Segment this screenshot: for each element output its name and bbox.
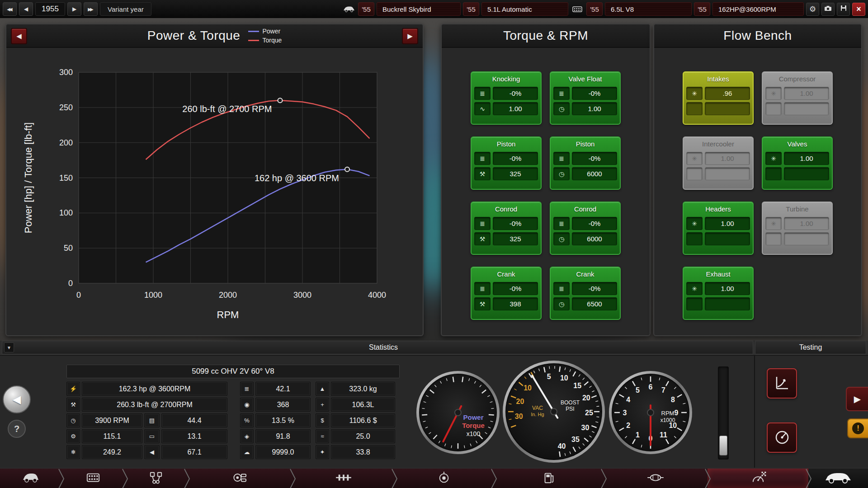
skip-fwd-icon: ▶▶ <box>88 7 93 12</box>
collapse-statistics-button[interactable]: ▼ <box>4 343 14 352</box>
settings-gear-button[interactable]: ⚙ <box>806 3 819 16</box>
svg-text:1000: 1000 <box>144 291 162 300</box>
legend-label: Torque <box>262 37 282 44</box>
svg-text:3000: 3000 <box>293 291 311 300</box>
turbo-icon <box>231 471 248 486</box>
emissions-icon: ☁ <box>240 445 254 459</box>
dyno-slider[interactable] <box>718 366 729 460</box>
flow-card-exhaust[interactable]: Exhaust✳1.00 <box>683 267 754 320</box>
flow-value-field[interactable]: 1.00 <box>705 217 750 230</box>
stat-value: 249.2 <box>82 445 142 459</box>
close-icon: × <box>856 5 861 14</box>
flow-value-field[interactable]: .96 <box>705 87 750 100</box>
stat-value: 260.3 lb-ft @ 2700RPM <box>82 398 227 412</box>
stat-value: 91.8 <box>255 429 311 443</box>
flow-value-field: 1.00 <box>784 87 829 100</box>
warning-icon: ! <box>852 422 864 434</box>
variant-year-value[interactable]: 1955 <box>35 2 65 16</box>
car-preview[interactable] <box>808 469 868 488</box>
back-button[interactable]: ◀ <box>3 385 31 413</box>
gauge-test-button[interactable] <box>767 422 797 453</box>
engine-variant-field[interactable]: 162HP@3600RPM <box>712 2 804 16</box>
tab-fuel-pump[interactable] <box>494 469 604 488</box>
snowflake-icon: ❄ <box>66 445 80 459</box>
forward-button[interactable]: ▶ <box>846 387 868 411</box>
wrench-icon: ⚒ <box>474 167 491 180</box>
limit-card-piston-rpm: Piston≣-0%◷6000 <box>550 136 621 190</box>
dyno-slider-handle[interactable] <box>719 436 727 455</box>
limit-card-conrod-rpm: Conrod≣-0%◷6000 <box>550 202 621 255</box>
torque-rpm-title: Torque & RPM <box>503 28 588 43</box>
flow-card-row: ✳1.00 <box>686 217 750 230</box>
svg-text:25: 25 <box>585 409 593 417</box>
svg-text:x100: x100 <box>467 430 481 437</box>
help-button[interactable]: ? <box>8 420 26 438</box>
svg-text:VAC: VAC <box>532 405 543 411</box>
warning-button[interactable]: ! <box>847 418 868 438</box>
tab-bottom-end[interactable] <box>125 469 187 488</box>
svg-text:8: 8 <box>671 396 675 404</box>
flow-value-field[interactable]: 1.00 <box>784 152 829 165</box>
limit-card-title: Conrod <box>553 204 617 215</box>
save-button[interactable] <box>837 3 850 16</box>
car-preview-icon <box>824 472 852 485</box>
power-torque-gauge: PowerTorquex100 <box>415 370 501 457</box>
flow-card-headers[interactable]: Headers✳1.00 <box>683 202 754 255</box>
camera-icon <box>824 5 832 14</box>
stat-value: 67.1 <box>161 445 227 459</box>
tab-exhaust[interactable] <box>604 469 708 488</box>
power-torque-chart: 01000200030004000050100150200250300260 l… <box>6 49 423 336</box>
rpm-icon: ◷ <box>553 167 570 180</box>
limit-value: -0% <box>572 87 617 100</box>
stat-value: 13.5 % <box>255 413 311 427</box>
flow-card-valves[interactable]: Valves✳1.00 <box>762 136 833 190</box>
svg-text:10: 10 <box>560 374 568 382</box>
skip-last-button[interactable]: ▶▶ <box>84 2 98 16</box>
flow-card-empty-row <box>765 232 829 245</box>
chart-next-button[interactable]: ▶ <box>402 28 418 44</box>
oil-icon: ◉ <box>240 398 254 412</box>
flow-card-row: ✳1.00 <box>765 87 829 100</box>
dyno-curve-icon <box>773 374 791 393</box>
stat-value: 3900 RPM <box>82 413 142 427</box>
svg-text:6: 6 <box>649 383 653 391</box>
camera-button[interactable] <box>821 3 835 16</box>
airflow-icon: ✳ <box>765 217 782 230</box>
limit-value: -0% <box>493 152 538 165</box>
engine-family-field[interactable]: 6.5L V8 <box>605 2 692 16</box>
chart-legend: PowerTorque <box>248 28 282 44</box>
trim-name-field[interactable]: 5.1L Automatic <box>481 2 568 16</box>
stat-value: 9999.0 <box>255 445 311 459</box>
empty-slot <box>765 167 782 180</box>
svg-text:RPM: RPM <box>217 309 239 320</box>
airflow-icon: ✳ <box>765 87 782 100</box>
tab-testing[interactable] <box>708 469 808 488</box>
svg-text:Power: Power <box>463 413 483 421</box>
dyno-curve-test-button[interactable] <box>767 368 797 399</box>
muffler-icon: ▭ <box>144 429 160 443</box>
tab-engine-block[interactable] <box>61 469 125 488</box>
tab-car-design[interactable] <box>0 469 61 488</box>
skip-first-button[interactable]: ◀◀ <box>3 2 17 16</box>
chart-prev-button[interactable]: ◀ <box>11 28 27 44</box>
car-name-field[interactable]: Buckrell Skybird <box>377 2 461 16</box>
close-button[interactable]: × <box>852 3 865 16</box>
flow-value-field[interactable]: 1.00 <box>705 282 750 295</box>
rpm-icon: ◷ <box>553 102 570 115</box>
svg-text:x1000: x1000 <box>660 417 675 423</box>
legend-label: Power <box>262 28 280 35</box>
limit-value: 6500 <box>572 297 617 310</box>
flow-card-compressor: Compressor✳1.00 <box>762 71 833 125</box>
tab-forced-induction[interactable] <box>187 469 292 488</box>
prev-year-button[interactable]: ◀ <box>19 2 33 16</box>
flow-card-intakes[interactable]: Intakes✳.96 <box>683 71 754 125</box>
svg-text:0: 0 <box>68 279 73 288</box>
engine-name-plate[interactable]: 5099 cc OHV 2V 60° V8 <box>66 365 400 378</box>
dyno-flag-icon <box>750 471 767 486</box>
svg-text:150: 150 <box>59 174 73 183</box>
flow-bench-header: Flow Bench <box>654 24 861 48</box>
tab-top-end[interactable] <box>292 469 394 488</box>
next-year-button[interactable]: ▶ <box>67 2 81 16</box>
size-icon: + <box>316 398 329 412</box>
tab-fuel-system[interactable] <box>394 469 494 488</box>
